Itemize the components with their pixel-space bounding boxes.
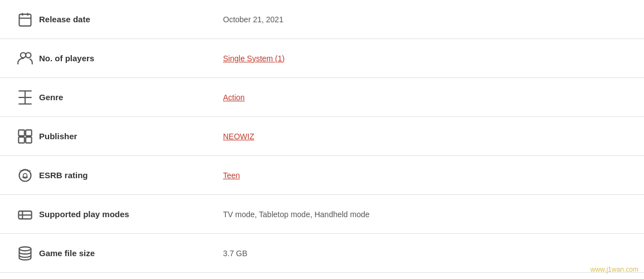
num-players-label: No. of players (39, 53, 223, 63)
publisher-row: Publisher NEOWIZ (0, 117, 644, 156)
play-modes-row: Supported play modes TV mode, Tabletop m… (0, 195, 644, 234)
genre-label: Genre (39, 92, 223, 102)
release-date-row: Release date October 21, 2021 (0, 0, 644, 39)
svg-point-17 (23, 173, 27, 177)
play-modes-value: TV mode, Tabletop mode, Handheld mode (223, 210, 633, 219)
genre-link[interactable]: Action (223, 93, 245, 102)
publisher-label: Publisher (39, 131, 223, 141)
calendar-icon (11, 12, 39, 27)
file-size-label: Game file size (39, 248, 223, 258)
num-players-link[interactable]: Single System (1) (223, 54, 284, 63)
num-players-value: Single System (1) (223, 54, 633, 63)
esrb-row: ESRB rating Teen (0, 156, 644, 195)
controller-icon (11, 207, 39, 222)
esrb-label: ESRB rating (39, 170, 223, 180)
svg-rect-10 (18, 130, 25, 136)
svg-rect-0 (20, 14, 31, 26)
file-size-row: Game file size 3.7 GB (0, 234, 644, 273)
svg-rect-13 (26, 137, 31, 143)
play-modes-label: Supported play modes (39, 209, 223, 219)
release-date-label: Release date (39, 14, 223, 24)
publisher-link[interactable]: NEOWIZ (223, 132, 254, 141)
genre-value: Action (223, 93, 633, 102)
genre-row: Genre Action (0, 78, 644, 117)
num-players-row: No. of players Single System (1) (0, 39, 644, 78)
languages-row: Supported languages English, French, Ger… (0, 273, 644, 279)
watermark: www.j1wan.com (590, 266, 638, 273)
svg-line-18 (20, 170, 21, 170)
esrb-value: Teen (223, 171, 633, 180)
svg-point-23 (20, 247, 31, 251)
esrb-link[interactable]: Teen (223, 171, 240, 180)
players-icon (11, 51, 39, 66)
file-size-value: 3.7 GB (223, 249, 633, 258)
publisher-icon (11, 129, 39, 144)
esrb-icon (11, 168, 39, 183)
svg-point-5 (26, 52, 31, 57)
svg-rect-11 (26, 130, 31, 136)
release-date-value: October 21, 2021 (223, 15, 633, 24)
info-table: Release date October 21, 2021 No. of pla… (0, 0, 644, 279)
svg-line-19 (30, 170, 31, 170)
database-icon (11, 246, 39, 261)
svg-rect-12 (18, 137, 25, 143)
publisher-value: NEOWIZ (223, 132, 633, 141)
genre-icon (11, 90, 39, 105)
svg-point-4 (21, 52, 26, 57)
